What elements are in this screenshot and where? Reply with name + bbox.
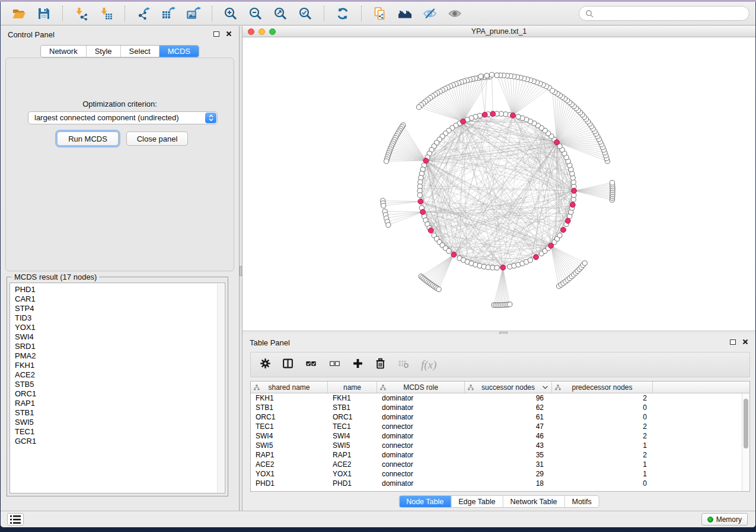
network-window-titlebar[interactable]: YPA_prune.txt_1 — [243, 26, 755, 37]
optimization-criterion-select[interactable]: largest connected component (undirected) — [28, 111, 218, 124]
column-header-predecessor-nodes[interactable]: predecessor nodes — [552, 382, 653, 393]
cell: SWI5 — [328, 441, 377, 450]
column-header-name[interactable]: name — [328, 382, 377, 393]
export-network-button[interactable] — [133, 5, 154, 23]
mcds-result-item[interactable]: SRD1 — [10, 342, 216, 351]
tab-style[interactable]: Style — [87, 46, 121, 57]
cell: FKH1 — [328, 393, 377, 403]
tab-node-table[interactable]: Node Table — [399, 496, 451, 507]
table-row[interactable]: ACE2ACE2connector311 — [251, 460, 749, 469]
mcds-result-group: MCDS result (17 nodes) PHD1CAR1STP4TID3Y… — [7, 277, 228, 496]
table-row[interactable]: FKH1FKH1dominator962 — [251, 393, 749, 403]
close-panel-icon[interactable] — [226, 31, 232, 37]
network-graph[interactable] — [243, 37, 755, 331]
settings-button[interactable] — [260, 358, 271, 371]
table-row[interactable]: SWI5SWI5connector431 — [251, 441, 749, 450]
save-session-button[interactable] — [34, 5, 54, 23]
import-network-button[interactable] — [71, 5, 91, 23]
mcds-result-item[interactable]: GCR1 — [10, 437, 216, 446]
refresh-view-button[interactable] — [333, 5, 353, 23]
first-neighbors-button[interactable] — [395, 5, 415, 23]
mcds-result-item[interactable]: CAR1 — [10, 294, 216, 304]
control-panel-titlebar: Control Panel — [1, 26, 239, 42]
zoom-in-button[interactable] — [221, 5, 241, 23]
select-all-button[interactable] — [305, 358, 317, 371]
run-mcds-button[interactable]: Run MCDS — [57, 132, 119, 146]
column-header-successor-nodes[interactable]: successor nodes — [465, 382, 552, 393]
attribute-icon — [468, 384, 474, 390]
cell: SWI5 — [251, 441, 328, 450]
table-scrollbar[interactable] — [742, 393, 749, 491]
export-image-icon — [186, 7, 201, 21]
close-window-light-icon[interactable] — [248, 28, 254, 35]
table-panel: Table Panel f(x) shared namenameMCDS rol… — [243, 334, 755, 511]
add-column-button[interactable] — [352, 358, 363, 371]
tab-network-table[interactable]: Network Table — [503, 496, 565, 507]
attribute-icon — [380, 384, 386, 390]
import-table-button[interactable] — [96, 5, 116, 23]
copy-view-button[interactable] — [370, 5, 390, 23]
column-header-MCDS-role[interactable]: MCDS role — [377, 382, 465, 393]
tab-edge-table[interactable]: Edge Table — [451, 496, 503, 507]
table-row[interactable]: STB1STB1dominator620 — [251, 403, 749, 412]
mcds-result-item[interactable]: FKH1 — [10, 361, 216, 370]
task-history-button[interactable] — [7, 513, 24, 525]
delete-table-icon — [397, 358, 410, 371]
cell: connector — [377, 441, 465, 450]
cell: STB1 — [328, 403, 377, 412]
mcds-list-scrollbar[interactable] — [217, 284, 224, 492]
split-panel-button[interactable] — [282, 358, 294, 371]
search-input[interactable] — [598, 8, 743, 18]
app-window: Control Panel NetworkStyleSelectMCDS Opt… — [1, 2, 755, 527]
zoom-window-light-icon[interactable] — [269, 28, 276, 35]
delete-table-button[interactable] — [397, 358, 410, 371]
export-table-button[interactable] — [158, 5, 178, 23]
mcds-result-item[interactable]: ORC1 — [10, 389, 216, 399]
mcds-result-item[interactable]: STB1 — [10, 408, 216, 418]
tab-select[interactable]: Select — [121, 46, 160, 57]
table-row[interactable]: TEC1TEC1connector472 — [251, 422, 749, 431]
table-row[interactable]: ORC1ORC1dominator610 — [251, 412, 749, 422]
mcds-result-item[interactable]: SWI4 — [10, 332, 216, 342]
delete-column-button[interactable] — [375, 358, 386, 371]
mcds-result-item[interactable]: STP4 — [10, 304, 216, 313]
mcds-result-list[interactable]: PHD1CAR1STP4TID3YOX1SWI4SRD1PMA2FKH1ACE2… — [9, 283, 225, 493]
column-header-shared-name[interactable]: shared name — [251, 382, 328, 393]
zoom-fit-button[interactable] — [270, 5, 291, 23]
open-session-button[interactable] — [9, 5, 29, 23]
minimize-window-light-icon[interactable] — [259, 28, 265, 35]
table-row[interactable]: PHD1PHD1dominator180 — [251, 479, 749, 488]
scrollbar-thumb[interactable] — [744, 399, 748, 448]
float-panel-icon[interactable] — [730, 339, 736, 345]
show-all-button[interactable] — [445, 5, 465, 23]
close-panel-icon[interactable] — [742, 339, 748, 345]
search-field[interactable] — [579, 6, 749, 21]
table-row[interactable]: RAP1RAP1dominator352 — [251, 450, 749, 460]
hide-selected-button[interactable] — [420, 5, 440, 23]
zoom-out-button[interactable] — [245, 5, 266, 23]
export-image-button[interactable] — [183, 5, 203, 23]
mcds-result-item[interactable]: ACE2 — [10, 370, 216, 380]
mcds-result-item[interactable]: PMA2 — [10, 351, 216, 361]
tab-motifs[interactable]: Motifs — [564, 496, 598, 507]
mcds-result-item[interactable]: YOX1 — [10, 323, 216, 332]
tab-network[interactable]: Network — [41, 46, 87, 57]
mcds-result-item[interactable]: STB5 — [10, 380, 216, 389]
mcds-result-item[interactable]: PHD1 — [10, 285, 216, 294]
close-panel-button[interactable]: Close panel — [126, 132, 188, 146]
table-row[interactable]: SWI4SWI4dominator462 — [251, 431, 749, 441]
zoom-selected-button[interactable] — [295, 5, 315, 23]
table-row[interactable]: YOX1YOX1connector291 — [251, 469, 749, 479]
mcds-result-item[interactable]: SWI5 — [10, 418, 216, 427]
function-builder-button[interactable]: f(x) — [421, 358, 436, 371]
mcds-result-item[interactable]: TID3 — [10, 313, 216, 323]
cell: 2 — [552, 422, 653, 431]
memory-button[interactable]: Memory — [701, 513, 748, 525]
tab-mcds[interactable]: MCDS — [160, 46, 199, 57]
deselect-all-button[interactable] — [328, 358, 341, 371]
mcds-result-item[interactable]: TEC1 — [10, 427, 216, 437]
mcds-result-item[interactable]: RAP1 — [10, 399, 216, 408]
splitter-grip[interactable] — [240, 266, 242, 276]
float-panel-icon[interactable] — [213, 31, 219, 37]
network-canvas[interactable] — [243, 37, 755, 331]
